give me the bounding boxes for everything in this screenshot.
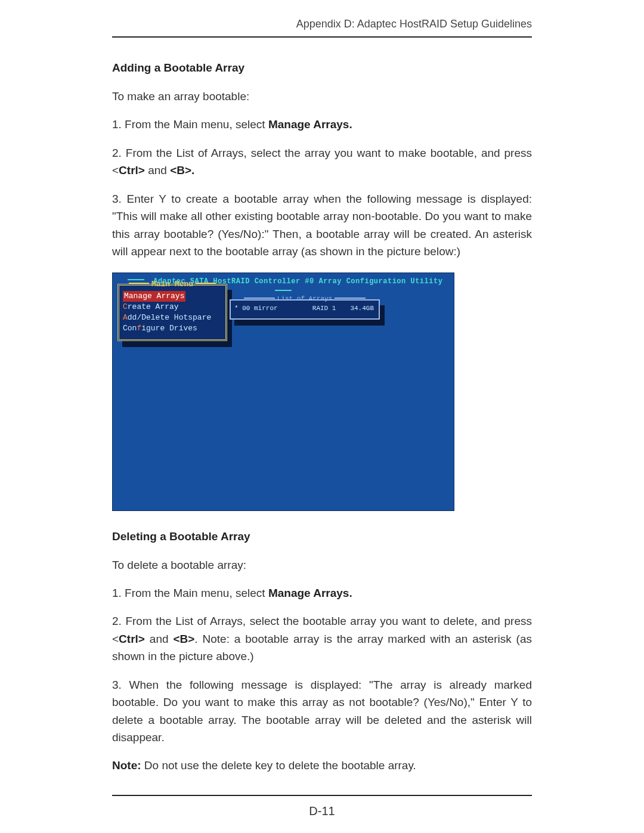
s2-step2-c: and [145,633,173,645]
figure-title-line-right [275,290,292,291]
s1-step1-a: 1. From the Main menu, select [112,118,268,131]
s2-step1: 1. From the Main menu, select Manage Arr… [112,584,532,602]
menu-label: reate Array [128,302,179,311]
s1-step1-b: Manage Arrays. [268,118,352,131]
main-menu-items: Manage Arrays Create Array Add/Delete Ho… [119,286,225,336]
menu-label: anage Arrays [129,292,185,301]
s2-note-label: Note: [112,759,141,772]
hostraid-utility-figure: Adaptec SATA HostRAID Controller #0 Arra… [112,272,454,511]
menu-hotkey: C [123,302,128,311]
s2-step2: 2. From the List of Arrays, select the b… [112,612,532,665]
section-title-add: Adding a Bootable Array [112,61,532,75]
list-of-arrays-caption: List of Arrays [231,295,379,302]
section-title-delete: Deleting a Bootable Array [112,530,532,543]
s2-intro: To delete a bootable array: [112,556,532,574]
s2-step2-d: <B> [173,633,194,645]
s2-step2-b: Ctrl> [119,633,145,645]
menu-item-configure-drives[interactable]: Configure Drives [123,323,222,334]
s2-step1-a: 1. From the Main menu, select [112,587,268,599]
menu-item-add-delete-hotspare[interactable]: Add/Delete Hotspare [123,312,222,323]
menu-label: dd/Delete Hotspare [128,313,211,322]
page-number: D-11 [112,804,532,818]
s2-note-body: Do not use the delete key to delete the … [141,759,416,772]
menu-hotkey: A [123,313,128,322]
array-type: RAID 1 [312,305,336,312]
s1-intro: To make an array bootable: [112,88,532,105]
main-menu-panel: Main Menu Manage Arrays Create Array Add… [117,284,227,341]
s1-step3: 3. Enter Y to create a bootable array wh… [112,190,532,261]
array-name: * 00 mirror [234,305,278,312]
s2-step1-b: Manage Arrays. [268,587,352,599]
s1-step2-d: <B>. [170,164,194,176]
s2-note: Note: Do not use the delete key to delet… [112,757,532,774]
s1-step2: 2. From the List of Arrays, select the a… [112,144,532,179]
s2-step3: 3. When the following message is display… [112,676,532,747]
list-of-arrays-panel: List of Arrays * 00 mirror RAID 1 34.4GB [230,299,380,320]
menu-item-manage-arrays[interactable]: Manage Arrays [123,290,222,302]
header-rule [112,36,532,38]
footer-rule [112,795,532,796]
menu-item-create-array[interactable]: Create Array [123,302,222,312]
s1-step2-b: Ctrl> [119,164,145,176]
menu-hotkey: M [124,292,129,301]
running-head: Appendix D: Adaptec HostRAID Setup Guide… [112,18,532,36]
menu-prefix: Con [123,324,137,333]
array-size: 34.4GB [350,305,374,312]
main-menu-caption: Main Menu [119,280,225,289]
s1-step1: 1. From the Main menu, select Manage Arr… [112,116,532,133]
s1-step2-c: and [145,164,170,176]
menu-label: igure Drives [141,324,197,333]
